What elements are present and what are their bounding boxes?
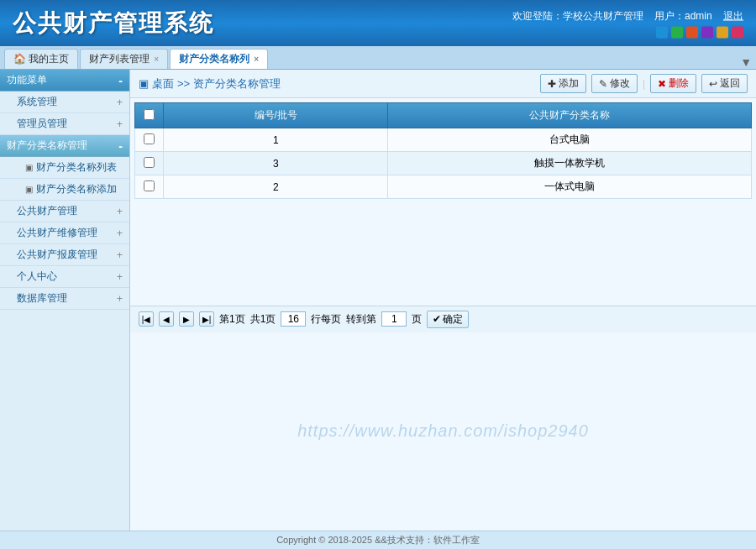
row-id-1: 3 xyxy=(164,152,388,175)
sidebar-repair-expand: + xyxy=(117,227,123,239)
sidebar-item-database-label: 数据库管理 xyxy=(17,291,67,306)
app-title: 公共财产管理系统 xyxy=(13,8,214,39)
tab-category-close[interactable]: × xyxy=(254,55,259,64)
sidebar-item-property-label: 公共财产管理 xyxy=(17,204,77,218)
page-icon-2: ▣ xyxy=(25,185,33,194)
sidebar-item-property[interactable]: 公共财产管理 + xyxy=(0,201,129,222)
tabbar: 🏠 我的主页 财产列表管理 × 财产分类名称列 × ▼ xyxy=(0,46,756,70)
page-current: 第1页 xyxy=(219,312,245,327)
header: 公共财产管理系统 欢迎登陆：学校公共财产管理 用户：admin 退出 xyxy=(0,0,756,46)
tabbar-scroll-arrow[interactable]: ▼ xyxy=(740,55,752,68)
page-next-btn[interactable]: ▶ xyxy=(179,311,194,327)
sidebar-item-system[interactable]: 系统管理 + xyxy=(0,92,129,113)
sidebar-database-expand: + xyxy=(117,293,123,305)
header-right: 欢迎登陆：学校公共财产管理 用户：admin 退出 xyxy=(512,8,743,38)
row-checkbox-cell-1[interactable] xyxy=(135,152,164,175)
sidebar-item-repair-label: 公共财产维修管理 xyxy=(17,226,97,240)
sidebar-category-list-label: 财产分类名称列表 xyxy=(36,160,117,175)
tab-home-label: 🏠 我的主页 xyxy=(13,52,69,66)
sidebar-item-category-add[interactable]: ▣ 财产分类名称添加 xyxy=(0,179,129,201)
tab-property-list-label: 财产列表管理 xyxy=(89,52,150,66)
sidebar-item-admin[interactable]: 管理员管理 + xyxy=(0,113,129,135)
confirm-label: 确定 xyxy=(443,312,463,327)
welcome-text: 欢迎登陆：学校公共财产管理 xyxy=(512,9,643,21)
back-button[interactable]: ↩ 返回 xyxy=(701,74,748,93)
sidebar-system-expand: + xyxy=(117,97,123,108)
logout-link[interactable]: 退出 xyxy=(723,9,743,21)
page-total: 共1页 xyxy=(250,312,276,327)
row-checkbox-0[interactable] xyxy=(144,133,155,144)
row-checkbox-cell-2[interactable] xyxy=(135,175,164,199)
color-dot-3[interactable] xyxy=(686,26,698,38)
sidebar-category-toggle[interactable]: - xyxy=(118,139,123,153)
per-page-label: 行每页 xyxy=(311,312,341,327)
main-layout: 功能菜单 - 系统管理 + 管理员管理 + 财产分类名称管理 - ▣ 财产分类名… xyxy=(0,70,756,531)
per-page-input[interactable] xyxy=(281,311,306,327)
delete-button[interactable]: ✖ 删除 xyxy=(650,74,696,93)
row-checkbox-1[interactable] xyxy=(144,157,155,168)
add-button[interactable]: ✚ 添加 xyxy=(540,74,586,93)
sidebar-profile-expand: + xyxy=(117,271,123,283)
edit-label: 修改 xyxy=(610,76,630,91)
table-row: 2 一体式电脑 xyxy=(135,175,752,199)
select-all-checkbox[interactable] xyxy=(144,109,155,120)
sidebar-item-admin-label: 管理员管理 xyxy=(17,117,67,131)
sidebar-category-add-label: 财产分类名称添加 xyxy=(36,182,117,196)
page-first-btn[interactable]: |◀ xyxy=(139,311,154,327)
table-row: 3 触摸一体教学机 xyxy=(135,152,752,175)
back-icon: ↩ xyxy=(709,78,717,90)
sidebar-item-database[interactable]: 数据库管理 + xyxy=(0,288,129,310)
sidebar-menu-toggle[interactable]: - xyxy=(118,74,123,87)
tab-property-list[interactable]: 财产列表管理 × xyxy=(80,49,168,69)
table-header-id: 编号/批号 xyxy=(164,103,388,128)
user-label: 用户：admin xyxy=(654,9,712,21)
page-last-btn[interactable]: ▶| xyxy=(199,311,214,327)
page-prev-btn[interactable]: ◀ xyxy=(159,311,174,327)
page-icon-1: ▣ xyxy=(25,163,33,172)
tab-property-list-close[interactable]: × xyxy=(154,55,159,64)
color-theme-selector xyxy=(656,26,743,38)
sidebar-item-system-label: 系统管理 xyxy=(17,95,57,109)
sidebar-admin-expand: + xyxy=(117,118,123,130)
table-header-name: 公共财产分类名称 xyxy=(388,103,752,128)
edit-button[interactable]: ✎ 修改 xyxy=(591,74,638,93)
goto-input[interactable] xyxy=(381,311,407,327)
sidebar-item-category-list[interactable]: ▣ 财产分类名称列表 xyxy=(0,157,129,179)
sidebar-category-label: 财产分类名称管理 xyxy=(7,139,87,153)
confirm-button[interactable]: ✔ 确定 xyxy=(427,311,469,328)
action-separator: | xyxy=(643,78,645,90)
sidebar-section-category[interactable]: 财产分类名称管理 - xyxy=(0,135,129,157)
color-dot-5[interactable] xyxy=(717,26,728,38)
page-titlebar: ▣ 桌面 >> 资产分类名称管理 ✚ 添加 ✎ 修改 | ✖ 删除 xyxy=(130,70,756,98)
tab-category[interactable]: 财产分类名称列 × xyxy=(170,49,268,69)
row-checkbox-2[interactable] xyxy=(144,180,155,191)
row-checkbox-cell-0[interactable] xyxy=(135,128,164,152)
delete-label: 删除 xyxy=(669,76,689,91)
add-icon: ✚ xyxy=(548,78,556,90)
table-header-checkbox[interactable] xyxy=(135,103,164,128)
sidebar-menu-label: 功能菜单 xyxy=(7,73,47,87)
sidebar-item-scrap[interactable]: 公共财产报废管理 + xyxy=(0,244,129,266)
color-dot-6[interactable] xyxy=(732,26,743,38)
tab-home[interactable]: 🏠 我的主页 xyxy=(4,49,78,69)
user-info: 欢迎登陆：学校公共财产管理 用户：admin 退出 xyxy=(512,8,743,23)
confirm-icon: ✔ xyxy=(433,313,441,325)
breadcrumb-home[interactable]: 桌面 xyxy=(152,76,174,92)
table-container: 编号/批号 公共财产分类名称 1 台式电脑 3 触摸一体教学机 xyxy=(130,98,756,306)
sidebar-scrap-expand: + xyxy=(117,249,123,261)
color-dot-4[interactable] xyxy=(701,26,713,38)
data-table: 编号/批号 公共财产分类名称 1 台式电脑 3 触摸一体教学机 xyxy=(134,102,752,199)
sidebar-item-profile-label: 个人中心 xyxy=(17,269,57,284)
color-dot-1[interactable] xyxy=(656,26,668,38)
table-row: 1 台式电脑 xyxy=(135,128,752,152)
sidebar-item-repair[interactable]: 公共财产维修管理 + xyxy=(0,222,129,244)
sidebar-item-profile[interactable]: 个人中心 + xyxy=(0,266,129,288)
breadcrumb: ▣ 桌面 >> 资产分类名称管理 xyxy=(139,76,281,92)
color-dot-2[interactable] xyxy=(671,26,683,38)
back-label: 返回 xyxy=(720,76,740,91)
goto-label: 转到第 xyxy=(346,312,376,327)
footer-text: Copyright © 2018-2025 &&技术支持：软件工作室 xyxy=(276,534,480,546)
sidebar-section-menu[interactable]: 功能菜单 - xyxy=(0,70,129,92)
breadcrumb-separator: >> xyxy=(177,77,190,90)
row-name-2: 一体式电脑 xyxy=(388,175,752,199)
